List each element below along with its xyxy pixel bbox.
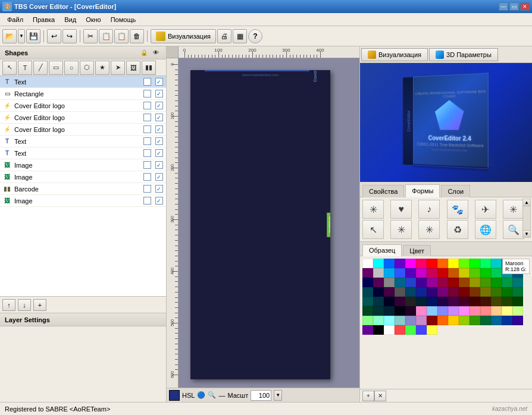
color-swatch-1-0[interactable]	[373, 268, 384, 278]
zoom-input[interactable]	[251, 390, 271, 401]
color-swatch-4-3[interactable]	[437, 297, 448, 306]
layer-lock[interactable]	[142, 137, 152, 146]
color-swatch-2-14[interactable]	[373, 287, 384, 297]
color-swatch-2-12[interactable]	[512, 278, 523, 287]
color-swatch-3-7[interactable]	[470, 287, 480, 297]
color-swatch-3-0[interactable]	[395, 287, 405, 297]
color-swatch-2-15[interactable]	[384, 287, 395, 297]
layer-item[interactable]: 🖼Image	[0, 159, 166, 171]
color-swatch-5-4[interactable]	[459, 306, 470, 316]
maximize-button[interactable]: ▭	[509, 2, 519, 11]
layer-visibility[interactable]	[154, 101, 164, 111]
green-tab[interactable]: Outline	[327, 213, 330, 237]
color-swatch-6-12[interactable]	[395, 325, 405, 335]
color-swatch-1-9[interactable]	[470, 268, 480, 278]
color-swatch-1-10[interactable]	[480, 268, 491, 278]
save-button[interactable]: 💾	[26, 29, 40, 43]
layer-lock[interactable]	[142, 89, 152, 99]
color-swatch-0-11[interactable]	[480, 259, 491, 268]
layer-item[interactable]: ⚡Cover Editor logo	[0, 112, 166, 124]
color-swatch-1-5[interactable]	[427, 268, 437, 278]
visualize-button[interactable]: Визуализация	[151, 29, 216, 43]
scroll-down[interactable]: ▼	[523, 230, 530, 237]
text-tool[interactable]: T	[18, 61, 32, 75]
arrow-tool[interactable]: ➤	[111, 61, 125, 75]
tab-visualize[interactable]: Визуализация	[361, 48, 428, 61]
color-swatch-4-7[interactable]	[480, 297, 491, 306]
color-swatch-1-15[interactable]	[373, 278, 384, 287]
scroll-up[interactable]: ▲	[523, 199, 530, 206]
color-swatch-4-5[interactable]	[459, 297, 470, 306]
move-up-button[interactable]: ↑	[2, 299, 15, 311]
layer-visibility[interactable]	[154, 125, 164, 134]
color-swatch-4-6[interactable]	[470, 297, 480, 306]
layer-item[interactable]: ▮▮Barcode	[0, 183, 166, 195]
color-swatch-3-2[interactable]	[416, 287, 427, 297]
shape-btn-5[interactable]: ✳	[503, 200, 524, 219]
color-swatch-2-0[interactable]	[384, 278, 395, 287]
shape-btn-6[interactable]: ↖	[362, 220, 384, 239]
color-swatch-3-5[interactable]	[448, 287, 459, 297]
layer-lock[interactable]	[142, 101, 152, 111]
color-swatch-0-5[interactable]	[416, 259, 427, 268]
color-swatch-3-14[interactable]	[384, 297, 395, 306]
layer-item[interactable]: 🖼Image	[0, 195, 166, 207]
lock-all-button[interactable]: 🔒	[139, 48, 149, 58]
layer-lock[interactable]	[142, 196, 152, 206]
color-swatch-4-0[interactable]	[405, 297, 416, 306]
layer-item[interactable]: ⚡Cover Editor logo	[0, 124, 166, 136]
layer-visibility[interactable]	[154, 172, 164, 182]
star-tool[interactable]: ★	[95, 61, 109, 75]
color-swatch-0-0[interactable]	[362, 259, 373, 268]
color-swatch-5-2[interactable]	[437, 306, 448, 316]
layer-item[interactable]: 🖼Image	[0, 171, 166, 183]
layer-lock[interactable]	[142, 161, 152, 170]
color-swatch-2-13[interactable]	[362, 287, 373, 297]
color-swatch-4-1[interactable]	[416, 297, 427, 306]
tab-3d-params[interactable]: 3D Параметры	[429, 48, 498, 61]
color-swatch-5-15[interactable]	[416, 316, 427, 325]
color-swatch-0-8[interactable]	[448, 259, 459, 268]
color-swatch-1-3[interactable]	[405, 268, 416, 278]
color-swatch-4-15[interactable]	[405, 306, 416, 316]
shape-btn-3[interactable]: 🐾	[447, 200, 468, 219]
color-swatch-6-2[interactable]	[448, 316, 459, 325]
undo-button[interactable]: ↩	[47, 29, 61, 43]
color-swatch-3-10[interactable]	[502, 287, 512, 297]
layer-visibility[interactable]	[154, 137, 164, 146]
color-swatch-2-5[interactable]	[437, 278, 448, 287]
grid-button[interactable]: ▦	[233, 29, 247, 43]
color-swatch-2-10[interactable]	[491, 278, 502, 287]
color-swatch-3-15[interactable]	[395, 297, 405, 306]
layer-item[interactable]: ⚡Cover Editor logo	[0, 100, 166, 112]
menu-help[interactable]: Помощь	[106, 14, 141, 26]
tab-layers[interactable]: Слои	[441, 185, 470, 197]
color-swatch-4-11[interactable]	[362, 306, 373, 316]
tab-color[interactable]: Цвет	[403, 245, 431, 256]
color-swatch-2-7[interactable]	[459, 278, 470, 287]
zoom-icon-minus[interactable]: 🔍	[208, 391, 216, 399]
image-tool[interactable]: 🖼	[126, 61, 140, 75]
color-swatch-3-12[interactable]	[362, 297, 373, 306]
color-swatch-6-8[interactable]	[512, 316, 523, 325]
add-layer-button[interactable]: +	[33, 299, 46, 311]
color-swatch-5-9[interactable]	[512, 306, 523, 316]
color-swatch-6-4[interactable]	[470, 316, 480, 325]
layer-item[interactable]: TText	[0, 147, 166, 159]
color-swatch-6-11[interactable]	[384, 325, 395, 335]
color-swatch-5-12[interactable]	[384, 316, 395, 325]
layer-visibility[interactable]	[154, 77, 164, 87]
color-swatch-5-10[interactable]	[362, 316, 373, 325]
layer-visibility[interactable]	[154, 113, 164, 122]
color-swatch-5-13[interactable]	[395, 316, 405, 325]
tab-swatch[interactable]: Образец	[362, 244, 402, 256]
color-swatch-6-6[interactable]	[491, 316, 502, 325]
dropdown-open[interactable]: ▼	[18, 29, 25, 43]
copy-button[interactable]: 📋	[99, 29, 113, 43]
color-swatch-4-10[interactable]	[512, 297, 523, 306]
help-button[interactable]: ?	[248, 29, 262, 43]
color-swatch-3-6[interactable]	[459, 287, 470, 297]
menu-view[interactable]: Вид	[60, 14, 81, 26]
layer-item[interactable]: TText	[0, 136, 166, 147]
shapes-scrollbar[interactable]: ▲ ▼	[522, 199, 531, 238]
